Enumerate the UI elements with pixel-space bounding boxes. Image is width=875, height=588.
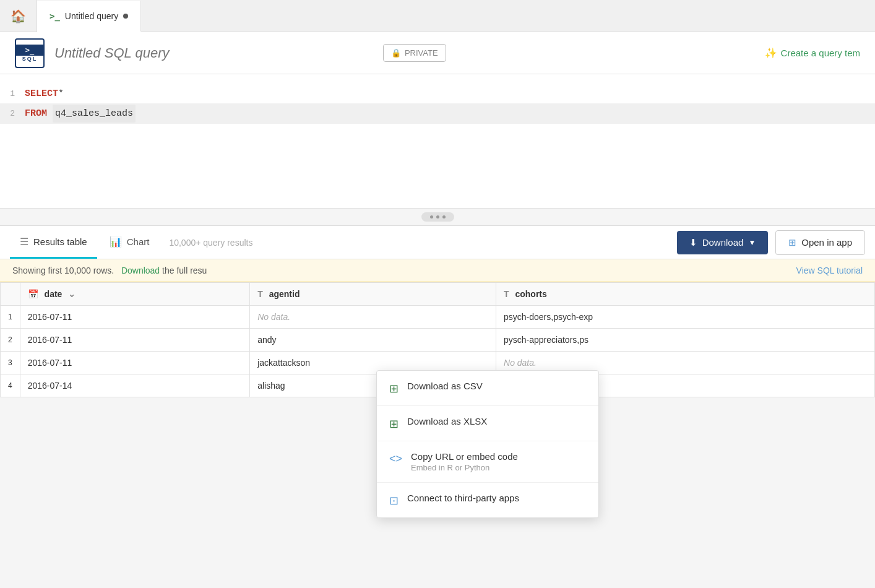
tab-results-label: Results table xyxy=(33,236,87,247)
cell-agentid-2: andy xyxy=(250,329,496,352)
private-label: PRIVATE xyxy=(405,48,438,58)
open-app-label: Open in app xyxy=(801,237,852,248)
cell-date-4: 2016-07-14 xyxy=(20,374,250,397)
table-row: 1 2016-07-11 No data. psych-doers,psych-… xyxy=(1,306,875,329)
sql-editor[interactable]: 1 SELECT * 2 FROM q4_sales_leads xyxy=(0,74,875,209)
download-button[interactable]: ⬇ Download ▼ xyxy=(677,231,769,254)
line-num-1: 1 xyxy=(0,87,25,101)
tab-results[interactable]: ☰ Results table xyxy=(10,226,97,259)
view-tutorial-link[interactable]: View SQL tutorial xyxy=(796,266,863,275)
terminal-icon: >_ xyxy=(50,11,60,21)
drag-dots-container xyxy=(421,212,454,222)
home-icon: 🏠 xyxy=(11,9,26,24)
sql-table-name: q4_sales_leads xyxy=(53,105,136,123)
sql-line-1: 1 SELECT * xyxy=(0,84,875,103)
warning-download-link[interactable]: Download xyxy=(121,266,160,275)
dropdown-item-csv[interactable]: ⊞ Download as CSV xyxy=(377,371,598,397)
sql-rest-1: * xyxy=(58,85,64,102)
csv-icon: ⊞ xyxy=(389,382,399,396)
row-num-1: 1 xyxy=(1,306,20,329)
tab-bar: 🏠 >_ Untitled query xyxy=(0,0,875,32)
col-header-date[interactable]: 📅 date ⌄ xyxy=(20,283,250,306)
download-dropdown: ⊞ Download as CSV ⊞ Download as XLSX <> … xyxy=(376,370,599,397)
text-icon: T xyxy=(257,289,263,299)
drag-dot-3 xyxy=(442,215,446,218)
keyword-select: SELECT xyxy=(25,85,58,102)
wand-icon: ✨ xyxy=(765,47,777,59)
warning-text: Showing first 10,000 rows. xyxy=(12,266,114,275)
row-num-2: 2 xyxy=(1,329,20,352)
results-count: 10,000+ query results xyxy=(169,238,252,248)
col-header-agentid[interactable]: T agentid xyxy=(250,283,496,306)
warning-rest: the full resu xyxy=(162,266,207,275)
row-num-4: 4 xyxy=(1,374,20,397)
text-icon-2: T xyxy=(504,289,509,299)
unsaved-dot xyxy=(123,14,128,19)
table-row: 2 2016-07-11 andy pysch-appreciators,ps xyxy=(1,329,875,352)
sort-icon[interactable]: ⌄ xyxy=(68,289,75,299)
sql-line-2: 2 FROM q4_sales_leads xyxy=(0,103,875,124)
line-num-2: 2 xyxy=(0,106,25,121)
cell-cohorts-1: psych-doers,psych-exp xyxy=(496,306,875,329)
header-bar: >_ SQL 🔒 PRIVATE ✨ Create a query tem xyxy=(0,32,875,74)
table-icon: ☰ xyxy=(20,236,28,248)
keyword-from: FROM xyxy=(25,105,47,122)
open-in-app-button[interactable]: ⊞ Open in app xyxy=(775,230,865,255)
drag-handle[interactable] xyxy=(0,209,875,226)
lock-icon: 🔒 xyxy=(391,48,401,58)
create-template-label: Create a query tem xyxy=(781,48,860,58)
download-label: Download xyxy=(702,237,744,248)
tab-chart-label: Chart xyxy=(127,236,150,247)
cell-agentid-1: No data. xyxy=(250,306,496,329)
chart-icon: 📊 xyxy=(110,236,122,248)
cell-cohorts-2: pysch-appreciators,ps xyxy=(496,329,875,352)
query-tab-label: Untitled query xyxy=(65,11,118,21)
query-tab[interactable]: >_ Untitled query xyxy=(37,1,141,32)
grid-icon: ⊞ xyxy=(788,237,796,248)
create-template-btn[interactable]: ✨ Create a query tem xyxy=(765,47,860,59)
home-tab[interactable]: 🏠 xyxy=(0,0,37,32)
terminal-symbol: >_ xyxy=(16,45,43,56)
dropdown-arrow-icon: ▼ xyxy=(748,238,756,247)
drag-dot-2 xyxy=(436,215,439,218)
col-header-cohorts[interactable]: T cohorts xyxy=(496,283,875,306)
drag-dot-1 xyxy=(430,215,433,218)
csv-label: Download as CSV xyxy=(407,381,483,391)
sql-icon-box[interactable]: >_ SQL xyxy=(15,38,45,68)
query-title-input[interactable] xyxy=(54,45,373,61)
tab-chart[interactable]: 📊 Chart xyxy=(100,226,160,259)
private-badge[interactable]: 🔒 PRIVATE xyxy=(383,44,446,62)
sql-label: SQL xyxy=(22,56,38,62)
cell-date-2: 2016-07-11 xyxy=(20,329,250,352)
warning-banner: Showing first 10,000 rows. Download the … xyxy=(0,259,875,282)
csv-item-text: Download as CSV xyxy=(407,381,483,391)
table-header-row: 📅 date ⌄ T agentid T cohorts xyxy=(1,283,875,306)
cell-date-1: 2016-07-11 xyxy=(20,306,250,329)
results-tabs: ☰ Results table 📊 Chart 10,000+ query re… xyxy=(0,226,875,259)
cell-date-3: 2016-07-11 xyxy=(20,352,250,374)
calendar-icon: 📅 xyxy=(28,289,38,299)
download-icon: ⬇ xyxy=(689,237,697,248)
row-num-3: 3 xyxy=(1,352,20,374)
